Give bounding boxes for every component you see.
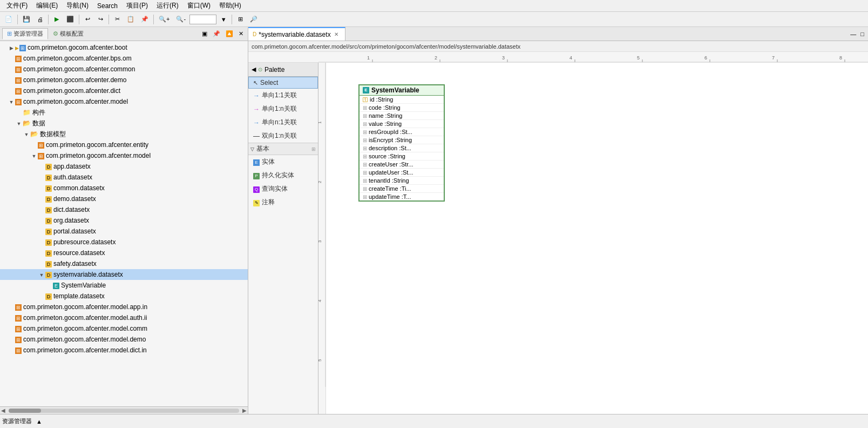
palette-query-entity[interactable]: Q 查询实体 — [248, 182, 318, 196]
maximize-panel-btn[interactable]: 🔼 — [223, 29, 235, 38]
tree-item-systemvariable-datasetx[interactable]: D systemvariable.datasetx — [0, 269, 248, 280]
canvas[interactable]: E SystemVariable ⚿ id :String ⊞ code :St… — [326, 63, 868, 414]
entity-field-name[interactable]: ⊞ name :String — [360, 112, 444, 120]
palette-relation-1-1[interactable]: → 单向1:1关联 — [248, 89, 318, 102]
tree-item-t3[interactable]: ⊞ com.primeton.gocom.afcenter.common — [0, 64, 248, 75]
toggle-t6b[interactable] — [15, 121, 23, 126]
entity-field-tenantid[interactable]: ⊞ tenantId :String — [360, 177, 444, 185]
collapse-panel-btn[interactable]: ▣ — [200, 29, 209, 38]
palette-comment[interactable]: ✎ 注释 — [248, 196, 318, 209]
toolbar-undo[interactable]: ↩ — [82, 14, 93, 25]
tree-item-t9[interactable]: ⊞ com.primeton.gocom.afcenter.model.comm — [0, 323, 248, 334]
editor-tab-systemvariable[interactable]: D *systemvariable.datasetx ✕ — [248, 27, 345, 41]
toolbar-run[interactable]: ▶ — [51, 14, 63, 25]
palette-entity[interactable]: E 实体 — [248, 155, 318, 169]
tree-item-resource-datasetx[interactable]: D resource.datasetx — [0, 248, 248, 258]
menu-edit[interactable]: 编辑(E) — [32, 0, 62, 11]
entity-field-value[interactable]: ⊞ value :String — [360, 120, 444, 128]
entity-field-resgroupid[interactable]: ⊞ resGroupId :St... — [360, 128, 444, 136]
tree-item-safety-datasetx[interactable]: D safety.datasetx — [0, 258, 248, 269]
entity-field-code[interactable]: ⊞ code :String — [360, 104, 444, 112]
minimize-editor-btn[interactable]: — — [849, 31, 858, 37]
scroll-track[interactable] — [9, 409, 239, 413]
palette-persistent-entity[interactable]: P 持久化实体 — [248, 169, 318, 182]
toolbar-zoom-in[interactable]: 🔍+ — [156, 14, 172, 25]
tree-item-org-datasetx[interactable]: D org.datasetx — [0, 215, 248, 226]
toolbar-print[interactable]: 🖨 — [34, 14, 46, 25]
tree-item-portal-datasetx[interactable]: D portal.datasetx — [0, 226, 248, 237]
entity-field-updateuser[interactable]: ⊞ updateUser :St... — [360, 169, 444, 177]
zoom-input[interactable]: 100% — [189, 15, 216, 24]
toggle-t6b1[interactable] — [23, 131, 30, 137]
entity-field-isencrypt[interactable]: ⊞ isEncrypt :String — [360, 136, 444, 144]
tree-item-t1[interactable]: ▶ ⊞ com.primeton.gocom.afcenter.boot — [0, 42, 248, 53]
tree-item-pubresource-datasetx[interactable]: D pubresource.datasetx — [0, 237, 248, 248]
toolbar-cut[interactable]: ✂ — [111, 14, 123, 25]
toolbar-zoom-dropdown[interactable]: ▼ — [218, 14, 229, 25]
horizontal-scrollbar[interactable]: ◀ ▶ — [0, 406, 248, 414]
toolbar-stop[interactable]: ⬛ — [64, 14, 77, 25]
entity-field-description[interactable]: ⊞ description :St... — [360, 144, 444, 152]
tree-item-t6b1a[interactable]: ⊞ com.primeton.gocom.afcenter.entity — [0, 139, 248, 150]
toolbar-paste[interactable]: 📌 — [138, 14, 151, 25]
tree-item-t10[interactable]: ⊞ com.primeton.gocom.afcenter.model.demo — [0, 334, 248, 345]
tree-item-t6[interactable]: ⊞ com.primeton.gocom.afcenter.model — [0, 96, 248, 107]
tree-item-t6a[interactable]: 📁 构件 — [0, 107, 248, 118]
scroll-right-btn[interactable]: ▶ — [241, 407, 248, 413]
palette-relation-bidirect[interactable]: — 双向1:n关联 — [248, 129, 318, 143]
toggle-t6[interactable] — [8, 99, 15, 105]
tree-item-app-datasetx[interactable]: D app.datasetx — [0, 161, 248, 172]
menu-project[interactable]: 项目(P) — [122, 0, 152, 11]
palette-select-item[interactable]: ↖ Select — [248, 77, 318, 89]
palette-relation-n-1[interactable]: → 单向n:1关联 — [248, 116, 318, 129]
tree-item-t6b[interactable]: 📂 数据 — [0, 118, 248, 129]
tree-view[interactable]: ▶ ⊞ com.primeton.gocom.afcenter.boot ⊞ c… — [0, 41, 248, 406]
menu-search[interactable]: Search — [93, 1, 122, 11]
toolbar-layout[interactable]: ⊞ — [234, 14, 246, 25]
tree-item-t6b1b[interactable]: ⊞ com.primeton.gocom.afcenter.model — [0, 150, 248, 161]
toggle-systemvariable[interactable] — [38, 272, 45, 278]
palette-back-btn[interactable]: ◀ — [252, 66, 256, 73]
tree-item-systemvariable-entity[interactable]: E SystemVariable — [0, 280, 248, 291]
tree-item-t2[interactable]: ⊞ com.primeton.gocom.afcenter.bps.om — [0, 53, 248, 64]
entity-field-id[interactable]: ⚿ id :String — [360, 96, 444, 104]
entity-field-createuser[interactable]: ⊞ createUser :Str... — [360, 160, 444, 169]
palette-basic-section[interactable]: ▽ 基本 ⊞ — [248, 143, 318, 155]
toolbar-save[interactable]: 💾 — [20, 14, 33, 25]
tree-item-demo-datasetx[interactable]: D demo.datasetx — [0, 193, 248, 204]
tree-item-auth-datasetx[interactable]: D auth.datasetx — [0, 172, 248, 183]
menu-run[interactable]: 运行(R) — [152, 0, 183, 11]
toolbar-copy[interactable]: 📋 — [124, 14, 137, 25]
tree-item-t8[interactable]: ⊞ com.primeton.gocom.afcenter.model.auth… — [0, 312, 248, 323]
tree-item-t11[interactable]: ⊞ com.primeton.gocom.afcenter.model.dict… — [0, 345, 248, 356]
menu-window[interactable]: 窗口(W) — [183, 0, 215, 11]
menu-help[interactable]: 帮助(H) — [215, 0, 246, 11]
tree-item-t4[interactable]: ⊞ com.primeton.gocom.afcenter.demo — [0, 75, 248, 85]
toolbar-redo[interactable]: ↪ — [94, 14, 106, 25]
scroll-thumb[interactable] — [9, 409, 41, 413]
toggle-t1[interactable] — [8, 45, 15, 51]
tree-item-t5[interactable]: ⊞ com.primeton.gocom.afcenter.dict — [0, 85, 248, 96]
toolbar-find[interactable]: 🔎 — [247, 14, 260, 25]
scroll-left-btn[interactable]: ◀ — [0, 407, 6, 413]
tree-item-template-datasetx[interactable]: D template.datasetx — [0, 291, 248, 302]
close-panel-btn[interactable]: ✕ — [236, 29, 246, 38]
entity-systemvariable[interactable]: E SystemVariable ⚿ id :String ⊞ code :St… — [358, 84, 445, 202]
maximize-editor-btn[interactable]: □ — [859, 31, 866, 37]
pin-panel-btn[interactable]: 📌 — [211, 29, 222, 38]
tab-template-config[interactable]: ⚙ 模板配置 — [48, 28, 89, 39]
tab-resource-manager[interactable]: ⊞ 资源管理器 — [2, 28, 48, 39]
tree-item-t6b1[interactable]: 📂 数据模型 — [0, 129, 248, 139]
tree-item-common-datasetx[interactable]: D common.datasetx — [0, 183, 248, 193]
entity-field-updatetime[interactable]: ⊞ updateTime :T... — [360, 193, 444, 200]
menu-file[interactable]: 文件(F) — [2, 0, 32, 11]
toggle-t6b1b[interactable] — [30, 153, 38, 159]
menu-nav[interactable]: 导航(N) — [62, 0, 93, 11]
tree-item-dict-datasetx[interactable]: D dict.datasetx — [0, 204, 248, 215]
tab-close-btn[interactable]: ✕ — [333, 31, 340, 37]
entity-field-source[interactable]: ⊞ source :String — [360, 152, 444, 160]
palette-relation-1-n[interactable]: → 单向1:n关联 — [248, 102, 318, 116]
tree-item-t7[interactable]: ⊞ com.primeton.gocom.afcenter.model.app.… — [0, 302, 248, 312]
entity-field-createtime[interactable]: ⊞ createTime :Ti... — [360, 185, 444, 193]
toolbar-zoom-out[interactable]: 🔍- — [173, 14, 188, 25]
